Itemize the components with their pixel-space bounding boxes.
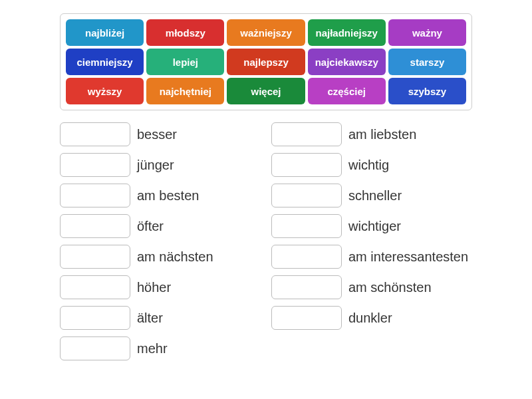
answer-row: wichtiger xyxy=(271,214,472,238)
drop-zone[interactable] xyxy=(271,184,342,207)
answer-row: höher xyxy=(60,275,261,299)
word-bank: najbliżej młodszy ważniejszy najładniejs… xyxy=(60,13,472,110)
drop-zone[interactable] xyxy=(60,122,130,146)
word-tile[interactable]: najciekawszy xyxy=(308,49,386,75)
answer-label: am schönsten xyxy=(348,280,432,295)
answer-row: öfter xyxy=(60,214,261,238)
word-tile[interactable]: najbliżej xyxy=(66,19,144,46)
answer-label: öfter xyxy=(137,219,164,233)
drop-zone[interactable] xyxy=(271,275,342,299)
word-tile[interactable]: szybszy xyxy=(388,78,466,104)
drop-zone[interactable] xyxy=(271,214,342,238)
word-tile[interactable]: najchętniej xyxy=(146,78,224,104)
answer-label: jünger xyxy=(137,158,174,172)
answer-row: älter xyxy=(60,306,261,330)
exercise-container: najbliżej młodszy ważniejszy najładniejs… xyxy=(0,0,532,360)
drop-zone[interactable] xyxy=(60,214,130,238)
drop-zone[interactable] xyxy=(60,306,130,330)
answer-label: am liebsten xyxy=(348,127,416,142)
answer-row: am besten xyxy=(60,184,261,207)
word-tile[interactable]: więcej xyxy=(227,78,305,104)
answer-row: am schönsten xyxy=(271,275,472,299)
drop-zone[interactable] xyxy=(60,184,130,207)
word-tile[interactable]: lepiej xyxy=(146,49,224,75)
drop-zone[interactable] xyxy=(60,336,130,360)
word-tile[interactable]: częściej xyxy=(308,78,386,104)
answers-grid: besser am liebsten jünger wichtig am bes… xyxy=(60,122,472,360)
drop-zone[interactable] xyxy=(271,245,342,269)
answer-label: besser xyxy=(137,127,177,142)
word-tile[interactable]: najlepszy xyxy=(227,49,305,75)
word-tile[interactable]: starszy xyxy=(388,49,466,75)
drop-zone[interactable] xyxy=(271,122,342,146)
answer-label: älter xyxy=(137,311,163,325)
drop-zone[interactable] xyxy=(60,153,130,177)
word-tile[interactable]: młodszy xyxy=(146,19,224,46)
answer-label: am nächsten xyxy=(137,249,213,264)
answer-row: besser xyxy=(60,122,261,146)
answer-row: am interessantesten xyxy=(271,245,472,269)
drop-zone[interactable] xyxy=(60,245,130,269)
drop-zone[interactable] xyxy=(60,275,130,299)
answer-row: schneller xyxy=(271,184,472,207)
answer-label: wichtig xyxy=(348,158,389,172)
word-tile[interactable]: wyższy xyxy=(66,78,144,104)
word-tile[interactable]: ważny xyxy=(388,19,466,46)
answer-label: am interessantesten xyxy=(348,249,468,264)
word-tile[interactable]: najładniejszy xyxy=(308,19,386,46)
answer-row: am liebsten xyxy=(271,122,472,146)
answer-label: wichtiger xyxy=(348,219,401,233)
word-tile[interactable]: ciemniejszy xyxy=(66,49,144,75)
answer-row: dunkler xyxy=(271,306,472,330)
answer-label: am besten xyxy=(137,188,199,203)
drop-zone[interactable] xyxy=(271,306,342,330)
answer-row: wichtig xyxy=(271,153,472,177)
answer-row: jünger xyxy=(60,153,261,177)
answer-row: am nächsten xyxy=(60,245,261,269)
answer-label: höher xyxy=(137,280,171,295)
word-tile[interactable]: ważniejszy xyxy=(227,19,305,46)
answer-label: dunkler xyxy=(348,311,392,325)
drop-zone[interactable] xyxy=(271,153,342,177)
answer-row: mehr xyxy=(60,336,261,360)
answer-label: schneller xyxy=(348,188,402,203)
answer-label: mehr xyxy=(137,341,168,356)
